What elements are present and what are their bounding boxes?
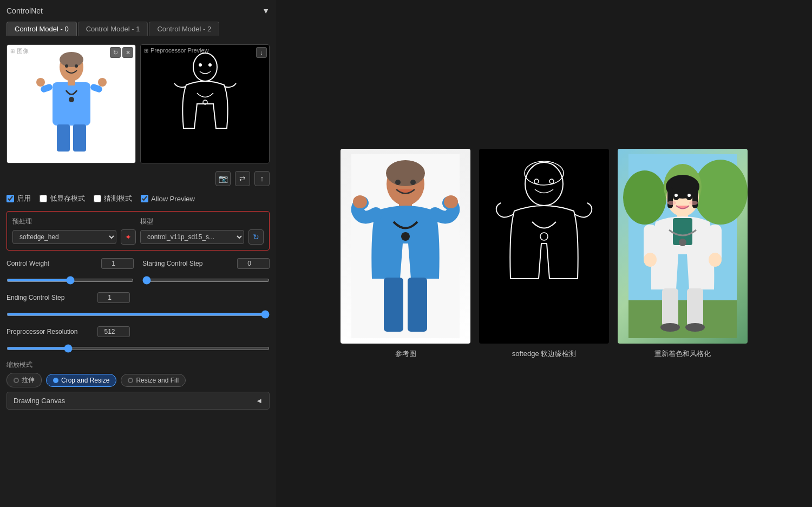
preview-image-box[interactable]: ⊞ Preprocessor Preview ↓ xyxy=(140,44,270,163)
crop-resize-label: Crop and Resize xyxy=(61,377,109,384)
starting-step-label-row: Starting Control Step xyxy=(142,258,270,269)
svg-rect-41 xyxy=(667,187,673,208)
preprocess-model-box: 预处理 模型 softedge_hed ✦ control_v11p_sd15_… xyxy=(6,211,270,251)
swap-btn[interactable]: ⇄ xyxy=(235,171,250,186)
svg-point-47 xyxy=(644,253,657,267)
svg-point-53 xyxy=(687,194,691,197)
crop-resize-radio-dot xyxy=(53,378,58,383)
model-label: 模型 xyxy=(140,217,264,226)
enable-checkbox-input[interactable] xyxy=(6,195,14,202)
tab-control-model-2[interactable]: Control Model - 2 xyxy=(149,22,219,36)
starting-step-slider-container xyxy=(142,275,270,284)
preprocessor-fire-btn[interactable]: ✦ xyxy=(121,229,136,245)
svg-point-48 xyxy=(709,253,722,267)
svg-point-15 xyxy=(199,63,202,67)
guess-mode-checkbox-input[interactable] xyxy=(94,195,101,202)
camera-btn[interactable]: 📷 xyxy=(215,171,231,186)
svg-rect-42 xyxy=(692,187,698,208)
anime-label: 重新着色和风格化 xyxy=(654,349,711,359)
softedge-image xyxy=(479,149,609,344)
low-vram-checkbox[interactable]: 低显存模式 xyxy=(40,194,85,203)
svg-point-13 xyxy=(193,53,217,81)
scale-mode-radio-group: 拉伸 Crop and Resize Resize and Fill xyxy=(6,373,270,387)
gallery-item-softedge: softedge 软边缘检测 xyxy=(479,149,609,359)
resize-fill-radio-dot xyxy=(128,378,133,383)
preprocessor-res-slider-container xyxy=(6,344,270,352)
source-image-box[interactable]: ⊞ 图像 ↻ ✕ xyxy=(6,44,136,163)
anime-photo xyxy=(618,149,748,344)
svg-point-59 xyxy=(685,323,705,332)
reference-label: 参考图 xyxy=(395,349,416,359)
source-image-controls: ↻ ✕ xyxy=(110,47,133,58)
reference-image xyxy=(340,149,470,344)
svg-rect-38 xyxy=(628,300,737,338)
preprocessor-select[interactable]: softedge_hed xyxy=(12,230,116,244)
allow-preview-checkbox-input[interactable] xyxy=(141,195,148,202)
guess-mode-checkbox[interactable]: 猜测模式 xyxy=(94,194,132,203)
reference-nurse-photo xyxy=(340,149,470,344)
scale-resize-fill-btn[interactable]: Resize and Fill xyxy=(121,374,186,387)
svg-point-35 xyxy=(623,170,666,225)
tab-control-model-1[interactable]: Control Model - 1 xyxy=(78,22,148,36)
svg-point-16 xyxy=(208,63,212,67)
starting-step-slider[interactable] xyxy=(142,279,270,282)
image-row: ⊞ 图像 ↻ ✕ xyxy=(6,44,270,163)
pm-controls: softedge_hed ✦ control_v11p_sd15_s... ↻ xyxy=(12,229,264,245)
svg-point-21 xyxy=(353,195,367,208)
ending-step-slider[interactable] xyxy=(6,313,270,316)
preprocessor-res-slider[interactable] xyxy=(6,347,270,350)
drawing-canvas-row[interactable]: Drawing Canvas ◄ xyxy=(6,392,270,410)
scale-stretch-btn[interactable]: 拉伸 xyxy=(6,373,42,387)
allow-preview-checkbox[interactable]: Allow Preview xyxy=(141,195,195,203)
gallery-item-anime: 重新着色和风格化 xyxy=(618,149,748,359)
stretch-radio-dot xyxy=(14,378,19,383)
gallery-item-reference: 参考图 xyxy=(340,149,470,359)
starting-step-label: Starting Control Step xyxy=(142,260,229,267)
svg-point-12 xyxy=(75,64,78,68)
enable-checkbox[interactable]: 启用 xyxy=(6,194,31,203)
anime-image xyxy=(618,149,748,344)
preprocessor-res-input[interactable] xyxy=(97,326,130,337)
starting-step-group: Starting Control Step xyxy=(142,258,270,270)
refresh-source-btn[interactable]: ↻ xyxy=(110,47,121,58)
svg-point-6 xyxy=(98,78,107,87)
svg-point-5 xyxy=(36,78,45,87)
scale-crop-resize-btn[interactable]: Crop and Resize xyxy=(46,374,116,387)
svg-point-58 xyxy=(660,323,680,332)
svg-rect-9 xyxy=(73,124,86,152)
preprocessor-label: 预处理 xyxy=(12,217,136,226)
svg-point-23 xyxy=(401,232,410,241)
low-vram-checkbox-input[interactable] xyxy=(40,195,47,202)
model-select[interactable]: control_v11p_sd15_s... xyxy=(140,230,244,244)
svg-point-22 xyxy=(444,195,458,208)
svg-point-24 xyxy=(395,180,401,185)
svg-rect-57 xyxy=(687,288,703,326)
panel-title: ControlNet xyxy=(6,6,43,15)
svg-point-52 xyxy=(675,194,678,197)
resize-fill-label: Resize and Fill xyxy=(136,377,179,384)
ending-step-input[interactable] xyxy=(97,292,130,303)
upload-btn[interactable]: ↑ xyxy=(254,171,270,186)
control-weight-slider-container xyxy=(6,275,134,284)
pm-labels: 预处理 模型 xyxy=(12,217,264,226)
svg-point-7 xyxy=(69,97,74,102)
svg-point-49 xyxy=(679,239,686,246)
close-source-btn[interactable]: ✕ xyxy=(122,47,133,58)
svg-point-1 xyxy=(60,52,83,67)
control-weight-group: Control Weight xyxy=(6,258,134,270)
svg-rect-8 xyxy=(57,124,70,152)
preprocessor-res-row: Preprocessor Resolution xyxy=(6,326,270,337)
panel-collapse-arrow[interactable]: ▼ xyxy=(262,6,270,15)
control-weight-input[interactable] xyxy=(101,258,134,269)
svg-rect-2 xyxy=(53,82,90,126)
svg-rect-26 xyxy=(384,278,403,332)
control-weight-slider[interactable] xyxy=(6,279,134,282)
svg-point-55 xyxy=(689,201,698,205)
action-buttons-row: 📷 ⇄ ↑ xyxy=(6,171,270,186)
svg-point-19 xyxy=(386,160,425,186)
tab-control-model-0[interactable]: Control Model - 0 xyxy=(6,22,77,36)
starting-step-input[interactable] xyxy=(237,258,270,269)
model-reload-btn[interactable]: ↻ xyxy=(248,229,264,245)
download-preview-btn[interactable]: ↓ xyxy=(256,47,267,58)
scale-mode-title: 缩放模式 xyxy=(6,360,270,370)
